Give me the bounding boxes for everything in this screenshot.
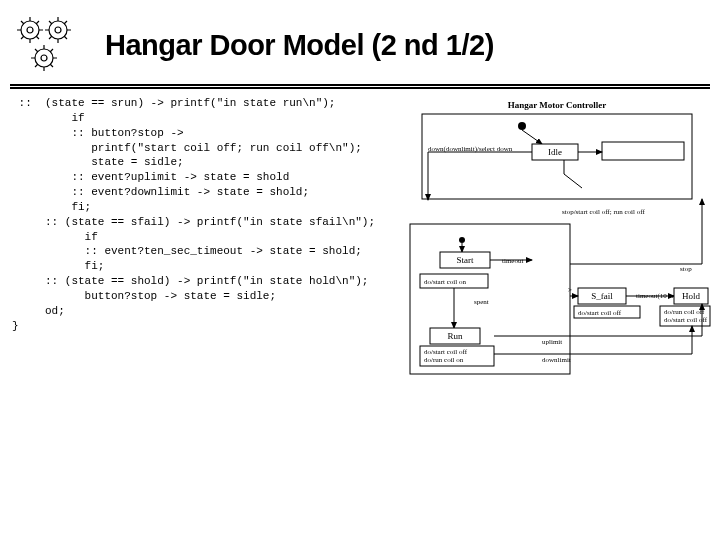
svg-point-1 (27, 27, 33, 33)
stop-label: stop (680, 265, 692, 273)
hmc-title: Hangar Motor Controller (508, 100, 607, 110)
gears-logo (10, 10, 95, 80)
do-start-on: do/start coil on (424, 278, 466, 286)
timeout-label: timeout (502, 257, 523, 265)
svg-text:do/start coil off: do/start coil off (664, 316, 708, 324)
svg-text:>: > (568, 286, 572, 294)
initial-state (518, 122, 526, 130)
sfail-do: do/start coil off (578, 309, 622, 317)
run-do-2: do/run coil on (424, 356, 464, 364)
run-do-1: do/start coil off (424, 348, 468, 356)
idle-label: Idle (548, 147, 562, 157)
svg-point-5 (41, 55, 47, 61)
hold-label: Hold (682, 291, 701, 301)
svg-text:do/run coil off: do/run coil off (664, 308, 705, 316)
state-diagram: Hangar Motor Controller Idle down(downli… (402, 96, 712, 416)
code-block: :: (state == srun) -> printf("in state r… (12, 96, 375, 334)
spent-label: spent (474, 298, 489, 306)
stop-note: stop/start coil off; run coil off (562, 208, 645, 216)
sfail-label: S_fail (591, 291, 613, 301)
svg-point-7 (459, 237, 465, 243)
svg-point-3 (55, 27, 61, 33)
run-label: Run (447, 331, 463, 341)
page-title: Hangar Door Model (2 nd 1/2) (105, 29, 494, 62)
downlimit: downlimit (542, 356, 571, 364)
svg-rect-6 (602, 142, 684, 160)
start-label: Start (457, 255, 474, 265)
uplimit: uplimit (542, 338, 562, 346)
